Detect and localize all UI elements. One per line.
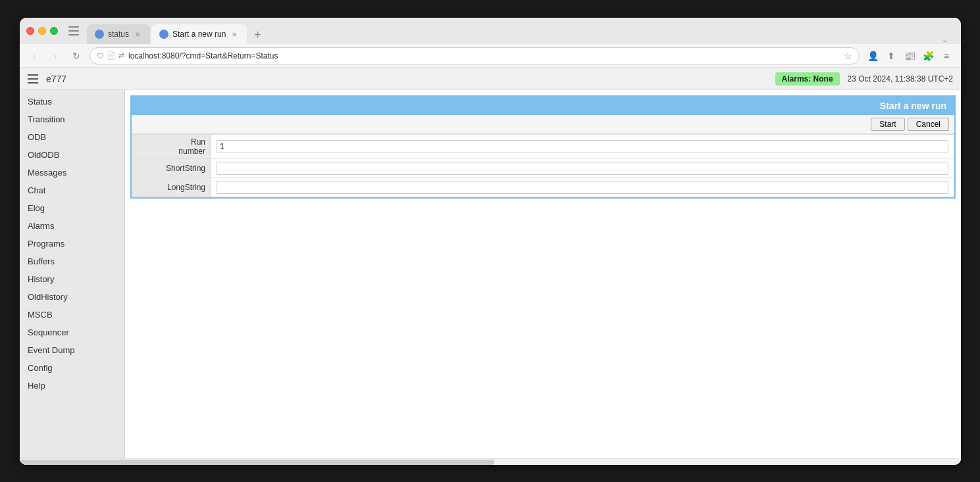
hamburger-menu[interactable] <box>28 74 38 84</box>
url-text: localhost:8080/?cmd=Start&Return=Status <box>128 51 840 60</box>
sidebar-item-alarms[interactable]: Alarms <box>20 217 124 235</box>
shield-icon: 🛡 <box>97 52 104 60</box>
datetime-label: 23 Oct 2024, 11:38:38 UTC+2 <box>848 74 953 84</box>
reader-icon[interactable]: 📰 <box>902 48 917 64</box>
run-number-row: Run number <box>132 135 954 159</box>
reload-button[interactable]: ↻ <box>68 48 84 64</box>
tab-dropdown-button[interactable]: ⌄ <box>942 36 954 44</box>
sidebar-item-history[interactable]: History <box>20 270 124 288</box>
sidebar-item-sequencer[interactable]: Sequencer <box>20 324 124 341</box>
close-button[interactable] <box>26 27 34 35</box>
forward-button[interactable]: › <box>47 48 63 64</box>
page-icon: 📄 <box>107 51 116 60</box>
content-area: Start a new run Start Cancel Run number <box>125 90 961 458</box>
horizontal-scrollbar[interactable] <box>20 458 961 465</box>
sidebar-item-messages[interactable]: Messages <box>20 164 124 181</box>
longstring-label: LongString <box>132 178 211 197</box>
sidebar-item-help[interactable]: Help <box>20 377 124 395</box>
tab-new-run-close[interactable]: ✕ <box>230 30 239 39</box>
upload-icon[interactable]: ⬆ <box>883 48 899 64</box>
tab-new-run-label: Start a new run <box>172 30 226 39</box>
sidebar-item-oldhistory[interactable]: OldHistory <box>20 288 124 306</box>
back-button[interactable]: ‹ <box>26 48 42 64</box>
tab-new-run[interactable]: Start a new run ✕ <box>151 24 247 44</box>
sidebar: Status Transition ODB OldODB Messages Ch… <box>20 90 125 458</box>
shortstring-cell <box>211 159 954 178</box>
form-panel-header: Start a new run <box>132 97 954 115</box>
main-layout: Status Transition ODB OldODB Messages Ch… <box>20 90 961 458</box>
sidebar-item-chat[interactable]: Chat <box>20 181 124 199</box>
tab-status-icon <box>95 30 104 39</box>
app-header: e777 Alarms: None 23 Oct 2024, 11:38:38 … <box>20 68 961 90</box>
sidebar-item-eventdump[interactable]: Event Dump <box>20 341 124 359</box>
start-button[interactable]: Start <box>871 118 904 131</box>
sidebar-item-programs[interactable]: Programs <box>20 235 124 253</box>
tab-status-close[interactable]: ✕ <box>133 30 142 39</box>
url-bar[interactable]: 🛡 📄 ⇄ localhost:8080/?cmd=Start&Return=S… <box>90 47 860 64</box>
shortstring-row: ShortString <box>132 159 954 178</box>
profile-icon[interactable]: 👤 <box>865 48 881 64</box>
sidebar-item-elog[interactable]: Elog <box>20 199 124 217</box>
sidebar-toggle-button[interactable] <box>68 26 79 36</box>
address-bar-actions: 👤 ⬆ 📰 🧩 ≡ <box>865 48 954 64</box>
run-number-cell <box>211 135 954 159</box>
longstring-row: LongString <box>132 178 954 197</box>
transfer-icon: ⇄ <box>118 51 124 60</box>
sidebar-item-odb[interactable]: ODB <box>20 128 124 146</box>
sidebar-item-status[interactable]: Status <box>20 93 124 110</box>
sidebar-item-oldodb[interactable]: OldODB <box>20 146 124 164</box>
form-panel: Start a new run Start Cancel Run number <box>130 95 956 199</box>
app-title: e777 <box>46 74 66 84</box>
sidebar-item-transition[interactable]: Transition <box>20 110 124 128</box>
shortstring-input[interactable] <box>217 162 948 175</box>
longstring-cell <box>211 178 954 197</box>
alarms-badge: Alarms: None <box>775 72 840 85</box>
sidebar-item-buffers[interactable]: Buffers <box>20 253 124 270</box>
scroll-thumb[interactable] <box>20 460 494 465</box>
sidebar-item-config[interactable]: Config <box>20 359 124 377</box>
run-number-label: Run number <box>132 135 211 159</box>
app-area: e777 Alarms: None 23 Oct 2024, 11:38:38 … <box>20 68 961 465</box>
tab-new-run-icon <box>159 30 168 39</box>
tabs-bar: status ✕ Start a new run ✕ + ⌄ <box>84 18 954 44</box>
url-icons: 🛡 📄 ⇄ <box>97 51 124 60</box>
tab-status[interactable]: status ✕ <box>87 24 150 44</box>
browser-window: status ✕ Start a new run ✕ + ⌄ ‹ › ↻ 🛡 📄… <box>20 18 961 465</box>
maximize-button[interactable] <box>50 27 58 35</box>
extension-icon[interactable]: 🧩 <box>920 48 936 64</box>
run-number-input[interactable] <box>217 140 948 153</box>
form-actions: Start Cancel <box>132 115 954 134</box>
cancel-button[interactable]: Cancel <box>908 118 949 131</box>
minimize-button[interactable] <box>38 27 46 35</box>
sidebar-item-mscb[interactable]: MSCB <box>20 306 124 324</box>
address-bar: ‹ › ↻ 🛡 📄 ⇄ localhost:8080/?cmd=Start&Re… <box>20 44 961 68</box>
title-bar: status ✕ Start a new run ✕ + ⌄ <box>20 18 961 44</box>
tab-status-label: status <box>108 30 129 39</box>
bookmark-icon[interactable]: ☆ <box>844 51 852 61</box>
new-tab-button[interactable]: + <box>248 26 267 44</box>
longstring-input[interactable] <box>217 181 948 194</box>
form-table: Run number ShortString <box>132 134 954 197</box>
shortstring-label: ShortString <box>132 159 211 178</box>
traffic-lights <box>26 27 58 35</box>
menu-icon[interactable]: ≡ <box>939 48 954 64</box>
